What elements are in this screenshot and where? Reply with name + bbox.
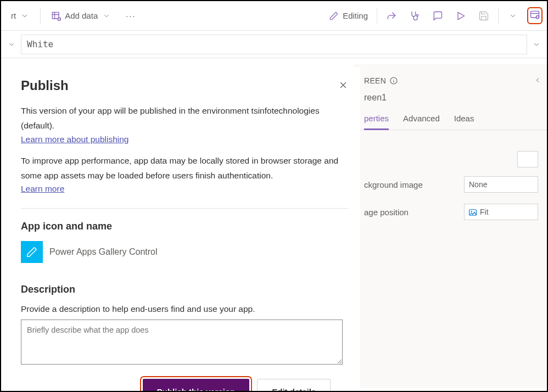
separator [377, 8, 377, 24]
share-icon [386, 10, 397, 21]
chevron-down-icon [507, 10, 518, 21]
comment-icon [432, 10, 443, 21]
property-selector-chevron[interactable] [7, 40, 16, 49]
save-icon [478, 10, 489, 21]
tab-advanced[interactable]: Advanced [403, 114, 440, 130]
preview-button[interactable] [450, 7, 472, 25]
close-panel-icon[interactable] [534, 75, 541, 87]
learn-more-link[interactable]: Learn more [21, 184, 64, 193]
learn-publishing-link[interactable]: Learn more about publishing [21, 135, 128, 144]
share-button[interactable] [381, 7, 402, 25]
edit-details-button[interactable]: Edit details [257, 379, 331, 392]
publish-version-label: Publish this version [157, 387, 236, 392]
description-helper: Provide a description to help end-users … [21, 304, 348, 314]
modal-body-line2b: some app assets may be loaded before use… [21, 169, 348, 182]
svg-marker-2 [458, 12, 465, 19]
description-heading: Description [21, 284, 348, 295]
image-icon [469, 209, 477, 215]
tab-ideas[interactable]: Ideas [454, 114, 474, 130]
separator [498, 8, 499, 24]
separator [40, 8, 41, 24]
modal-body-line2a: To improve app performance, app data may… [21, 154, 348, 167]
editing-label: Editing [343, 11, 368, 20]
publish-icon [529, 9, 540, 20]
app-name: Power Apps Gallery Control [49, 247, 158, 257]
chevron-down-icon [19, 10, 30, 21]
modal-title: Publish [21, 78, 348, 93]
screen-header-label: REEN [364, 76, 386, 85]
image-pos-label: age position [364, 208, 464, 217]
insert-label: rt [11, 11, 16, 20]
formula-input[interactable] [21, 35, 527, 54]
stethoscope-icon [409, 10, 420, 21]
play-icon [455, 10, 466, 21]
comments-button[interactable] [427, 7, 449, 25]
app-icon-heading: App icon and name [21, 221, 348, 232]
save-button[interactable] [473, 7, 495, 25]
modal-body-line1a: This version of your app will be publish… [21, 104, 348, 117]
close-icon[interactable] [338, 80, 348, 93]
app-checker-button[interactable] [404, 7, 426, 25]
chevron-down-icon [101, 10, 112, 21]
insert-dropdown[interactable]: rt [5, 7, 36, 25]
pencil-icon [328, 10, 339, 21]
fill-input[interactable] [517, 151, 538, 167]
bg-image-dropdown[interactable]: None [464, 176, 538, 193]
more-menu[interactable]: ··· [120, 7, 142, 25]
formula-bar [1, 31, 547, 58]
app-icon [21, 241, 43, 263]
screen-name: reen1 [355, 88, 547, 107]
publish-modal: Publish This version of your app will be… [9, 67, 360, 392]
ellipsis-icon: ··· [125, 10, 136, 21]
bg-image-value: None [469, 180, 487, 189]
modal-body-line1b: (default). [21, 119, 348, 132]
description-textarea[interactable] [21, 320, 343, 365]
top-toolbar: rt Add data ··· Editing [1, 1, 547, 31]
info-icon[interactable] [389, 76, 398, 85]
publish-version-button[interactable]: Publish this version [143, 379, 250, 392]
publish-button[interactable] [527, 7, 543, 24]
editing-mode[interactable]: Editing [323, 7, 373, 25]
save-options-chevron[interactable] [502, 7, 524, 25]
data-plus-icon [51, 10, 61, 21]
svg-point-1 [416, 14, 418, 16]
image-pos-value: Fit [480, 208, 489, 216]
add-data-label: Add data [65, 11, 98, 20]
expand-formula-chevron[interactable] [532, 40, 541, 49]
tab-properties[interactable]: perties [364, 114, 389, 130]
bg-image-label: ckground image [364, 180, 464, 189]
add-data-button[interactable]: Add data [45, 7, 118, 25]
properties-panel: REEN reen1 perties Advanced Ideas ckgrou… [355, 64, 547, 388]
divider [21, 208, 348, 209]
image-pos-dropdown[interactable]: Fit [464, 204, 538, 220]
svg-point-7 [471, 211, 472, 212]
